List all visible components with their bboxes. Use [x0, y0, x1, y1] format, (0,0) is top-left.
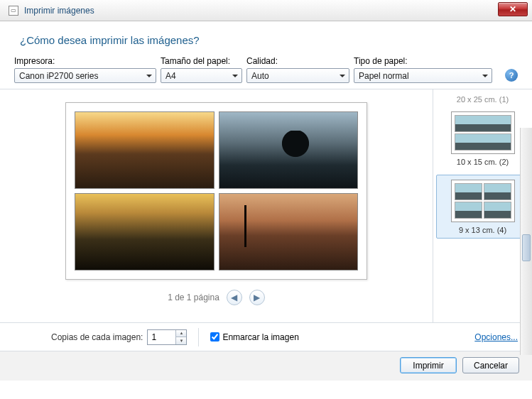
papertype-label: Tipo de papel: [354, 56, 492, 66]
papertype-select[interactable]: Papel normal [354, 68, 492, 83]
frame-checkbox[interactable] [210, 332, 219, 341]
layout-item-cutoff[interactable]: 20 x 25 cm. (1) [436, 95, 529, 106]
spin-up-button[interactable]: ▲ [175, 330, 186, 338]
layout-label: 10 x 15 cm. (2) [457, 158, 509, 166]
cancel-button[interactable]: Cancelar [462, 357, 519, 373]
copies-label: Copias de cada imagen: [51, 332, 143, 342]
pager-text: 1 de 1 página [168, 293, 219, 302]
layout-item-9x13[interactable]: 9 x 13 cm. (4) [436, 175, 529, 239]
preview-image-3 [75, 193, 215, 270]
papersize-group: Tamaño del papel: A4 [161, 56, 242, 83]
preview-pane: 1 de 1 página ◀ ▶ [0, 89, 433, 322]
window-title: Imprimir imágenes [24, 6, 94, 16]
help-icon[interactable]: ? [505, 69, 518, 82]
heading: ¿Cómo desea imprimir las imágenes? [20, 34, 512, 46]
close-icon: ✕ [509, 4, 516, 14]
preview-image-4 [219, 193, 359, 270]
chevron-left-icon: ◀ [231, 293, 237, 302]
frame-label: Enmarcar la imagen [222, 332, 298, 342]
printer-label: Impresora: [14, 56, 156, 66]
prev-page-button[interactable]: ◀ [227, 290, 242, 305]
print-button[interactable]: Imprimir [400, 357, 457, 373]
layout-panel: 20 x 25 cm. (1) 10 x 15 cm. (2) 9 x 13 c… [433, 89, 532, 322]
close-button[interactable]: ✕ [498, 2, 528, 16]
spin-down-button[interactable]: ▼ [175, 337, 186, 344]
printer-select[interactable]: Canon iP2700 series [14, 68, 156, 83]
scrollbar-thumb[interactable] [522, 234, 531, 261]
papersize-label: Tamaño del papel: [161, 56, 242, 66]
quality-group: Calidad: Auto [246, 56, 349, 83]
options-link[interactable]: Opciones... [474, 332, 518, 342]
printer-group: Impresora: Canon iP2700 series [14, 56, 156, 83]
action-row: Imprimir Cancelar [0, 351, 532, 381]
preview-image-2 [219, 111, 359, 189]
quality-select[interactable]: Auto [246, 68, 349, 83]
separator-vertical [198, 328, 199, 346]
layout-thumb-4up [451, 180, 515, 222]
layout-item-10x15[interactable]: 10 x 15 cm. (2) [436, 106, 529, 170]
header: ¿Cómo desea imprimir las imágenes? [0, 21, 532, 56]
papersize-select[interactable]: A4 [161, 68, 242, 83]
copies-spinner: ▲ ▼ [147, 329, 187, 345]
papertype-group: Tipo de papel: Papel normal [354, 56, 492, 83]
options-row: Copias de cada imagen: ▲ ▼ Enmarcar la i… [0, 322, 532, 351]
controls-row: Impresora: Canon iP2700 series Tamaño de… [0, 56, 532, 89]
scrollbar[interactable] [520, 128, 532, 355]
preview-image-1 [75, 111, 215, 189]
layout-label: 9 x 13 cm. (4) [459, 226, 506, 234]
chevron-right-icon: ▶ [254, 293, 260, 302]
app-icon [9, 6, 18, 16]
titlebar: Imprimir imágenes ✕ [0, 0, 532, 21]
next-page-button[interactable]: ▶ [249, 290, 265, 305]
main-area: 1 de 1 página ◀ ▶ 20 x 25 cm. (1) 10 x 1… [0, 89, 532, 322]
quality-label: Calidad: [246, 56, 349, 66]
preview-page [65, 102, 367, 280]
pager: 1 de 1 página ◀ ▶ [168, 290, 265, 305]
layout-thumb-2up [451, 111, 515, 154]
